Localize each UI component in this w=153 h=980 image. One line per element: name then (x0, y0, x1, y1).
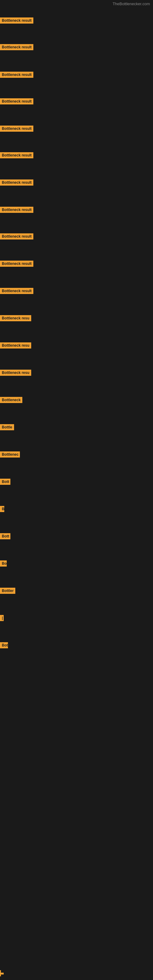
bottleneck-badge-10[interactable]: Bottleneck result (0, 261, 33, 267)
site-header: TheBottlenecker.com (0, 0, 153, 8)
bottleneck-row-7: Bottleneck result (0, 180, 33, 187)
bottleneck-badge-4[interactable]: Bottleneck result (0, 98, 33, 105)
bottleneck-badge-24[interactable]: Bot (0, 642, 8, 648)
bottleneck-badge-22[interactable]: Bottler (0, 588, 15, 594)
bottleneck-row-5: Bottleneck result (0, 126, 33, 133)
bottleneck-badge-21[interactable]: Bo (0, 560, 7, 566)
bottleneck-row-6: Bottleneck result (0, 152, 33, 159)
bottleneck-badge-15[interactable]: Bottleneck (0, 397, 22, 403)
bottleneck-row-20: Bott (0, 533, 10, 541)
bottleneck-row-11: Bottleneck result (0, 288, 33, 295)
bottom-marker (0, 970, 1, 976)
bottleneck-row-18: Bott (0, 479, 10, 486)
bottleneck-row-9: Bottleneck result (0, 233, 33, 241)
bottleneck-row-13: Bottleneck resu (0, 342, 31, 350)
bottleneck-row-14: Bottleneck resu (0, 370, 31, 377)
bottleneck-row-16: Bottle (0, 424, 14, 431)
bottleneck-row-8: Bottleneck result (0, 207, 33, 214)
bottleneck-badge-16[interactable]: Bottle (0, 424, 14, 430)
bottleneck-badge-14[interactable]: Bottleneck resu (0, 370, 31, 376)
bottleneck-badge-18[interactable]: Bott (0, 479, 10, 485)
bottleneck-badge-12[interactable]: Bottleneck resu (0, 315, 31, 321)
bottleneck-badge-19[interactable]: B (0, 506, 4, 512)
bottleneck-badge-8[interactable]: Bottleneck result (0, 207, 33, 213)
bottleneck-row-19: B (0, 506, 4, 513)
bottleneck-badge-6[interactable]: Bottleneck result (0, 152, 33, 158)
bottleneck-badge-13[interactable]: Bottleneck resu (0, 342, 31, 348)
bottleneck-badge-9[interactable]: Bottleneck result (0, 233, 33, 240)
bottleneck-badge-17[interactable]: Bottlenec (0, 452, 20, 458)
bottleneck-row-4: Bottleneck result (0, 98, 33, 106)
bottleneck-row-24: Bot (0, 642, 8, 649)
bottleneck-row-21: Bo (0, 560, 7, 568)
bottleneck-badge-2[interactable]: Bottleneck result (0, 44, 33, 50)
bottleneck-badge-20[interactable]: Bott (0, 533, 10, 539)
bottleneck-row-1: Bottleneck result (0, 18, 33, 25)
bottleneck-row-3: Bottleneck result (0, 72, 33, 79)
bottleneck-row-15: Bottleneck (0, 397, 22, 404)
bottleneck-badge-23[interactable]: | (0, 615, 4, 621)
site-title: TheBottlenecker.com (113, 2, 150, 6)
bottleneck-row-2: Bottleneck result (0, 44, 33, 51)
bottleneck-badge-7[interactable]: Bottleneck result (0, 180, 33, 186)
bottleneck-badge-11[interactable]: Bottleneck result (0, 288, 33, 294)
bottleneck-row-17: Bottlenec (0, 452, 20, 459)
bottleneck-row-23: | (0, 615, 4, 622)
bottleneck-badge-1[interactable]: Bottleneck result (0, 18, 33, 24)
bottleneck-badge-5[interactable]: Bottleneck result (0, 126, 33, 132)
bottleneck-row-12: Bottleneck resu (0, 315, 31, 323)
bottleneck-badge-3[interactable]: Bottleneck result (0, 72, 33, 78)
bottleneck-row-22: Bottler (0, 588, 15, 595)
bottleneck-row-10: Bottleneck result (0, 261, 33, 268)
